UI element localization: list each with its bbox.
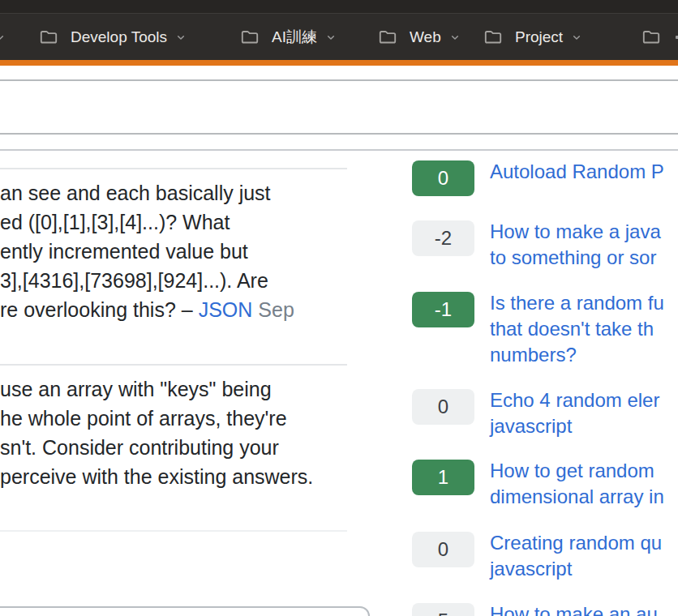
comment-divider [0,530,347,532]
browser-window: Develop Tools AI訓練 Web [0,0,678,616]
folder-icon [375,27,400,48]
bookmark-folder-ai-training[interactable]: AI訓練 [238,14,337,60]
chevron-down-icon [174,31,187,44]
comment-author-link[interactable]: JSON [199,298,253,321]
folder-icon [36,27,61,48]
vote-score-badge: -2 [412,220,474,256]
comment-line: ently incremented value but [0,237,381,266]
comment-text: re overlooking this? – [0,298,193,321]
window-titlebar [0,0,678,14]
clipped-bookmark-chevron[interactable] [0,14,6,60]
related-question-link[interactable]: Echo 4 random eler javascript [490,387,659,439]
comment-line: sn't. Consider contributing your [0,433,381,462]
comment-line: ed ([0],[1],[3],[4]...)? What [0,207,381,237]
comment-date: Sep [258,298,294,321]
bookmark-folder-label: Web [410,28,441,46]
related-question-row: -1 Is there a random fu that doesn't tak… [412,292,678,327]
comment-line: re overlooking this? –JSONSep [0,295,381,324]
chevron-down-icon [0,31,6,44]
comment-divider [0,364,347,366]
page-divider [0,133,678,135]
chevron-down-icon [324,31,337,44]
bookmark-folder-web[interactable]: Web [375,14,461,60]
bookmark-folder-label: Project [515,28,563,46]
bookmark-folder-label: Develop Tools [71,28,167,46]
comment-line: an see and each basically just [0,178,381,207]
comment-line: perceive with the existing answers. [0,462,381,491]
vote-score-badge: 0 [412,532,474,567]
vote-score-badge: -1 [412,292,474,327]
comment-line: 3],[4316],[73698],[924]...). Are [0,266,381,295]
folder-icon [238,27,262,48]
comment-line: use an array with "keys" being [0,374,381,404]
vote-score-badge: 0 [412,160,474,196]
folder-icon [481,27,505,48]
comment-line: he whole point of arrays, they're [0,404,381,433]
vote-score-badge: 1 [412,460,474,495]
tab-group-accent-bar [0,60,678,66]
comment: an see and each basically just ed ([0],[… [0,178,381,324]
bookmark-folder-label: AI訓練 [272,27,317,48]
page-divider [0,79,678,81]
vote-score-badge: 5 [412,603,474,616]
related-question-link[interactable]: How to make an au [490,601,658,616]
bookmark-folder-develop-tools[interactable]: Develop Tools [36,14,187,60]
browser-topbar: Develop Tools AI訓練 Web [0,0,678,60]
related-question-row: 0 Autoload Random P [412,160,678,196]
bookmark-folder-clipped[interactable] [639,14,663,60]
chevron-down-icon [448,31,461,44]
related-question-link[interactable]: How to make a java to something or sor [490,219,661,271]
related-question-link[interactable]: How to get random dimensional array in [490,458,664,510]
comment: use an array with "keys" being he whole … [0,374,381,491]
related-question-row: 5 How to make an au [412,603,678,616]
related-question-link[interactable]: Creating random qu javascript [490,530,662,582]
bookmarks-bar: Develop Tools AI訓練 Web [0,14,678,60]
related-question-link[interactable]: Autoload Random P [490,159,664,185]
related-question-row: 0 Echo 4 random eler javascript [412,389,678,425]
vote-score-badge: 0 [412,389,474,425]
related-question-row: 0 Creating random qu javascript [412,532,678,567]
chevron-down-icon [570,31,583,44]
comment-input-box[interactable] [0,606,370,616]
related-question-link[interactable]: Is there a random fu that doesn't take t… [490,290,664,368]
comment-divider [0,168,347,169]
folder-icon [639,27,663,48]
page-divider [0,149,678,151]
related-question-row: -2 How to make a java to something or so… [412,220,678,256]
bookmark-folder-project[interactable]: Project [481,14,583,60]
related-question-row: 1 How to get random dimensional array in [412,460,678,495]
